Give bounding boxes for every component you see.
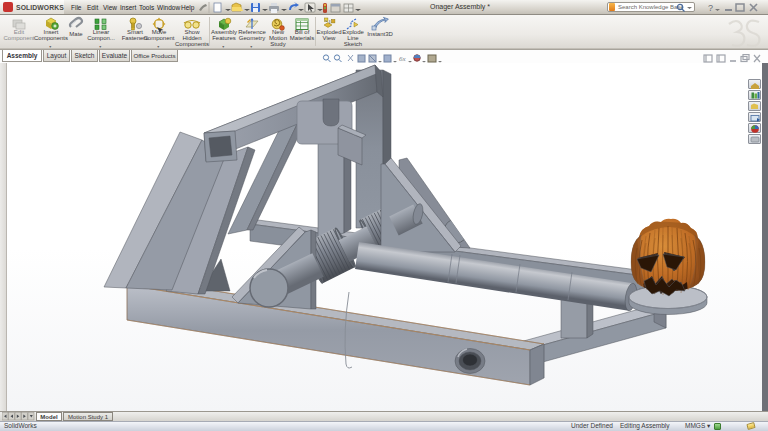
svg-text:?: ? <box>708 3 713 13</box>
svg-text:6x: 6x <box>399 55 407 63</box>
